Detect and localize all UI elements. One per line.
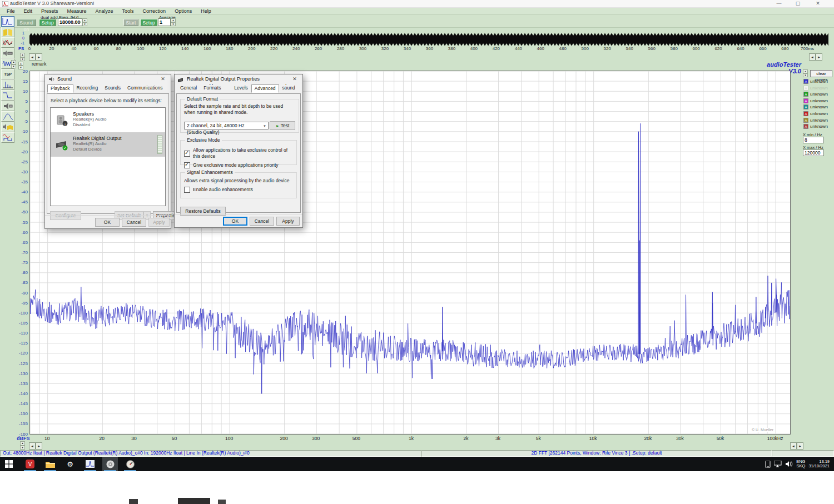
realtek-cancel-button[interactable]: Cancel — [250, 217, 274, 226]
minimize-icon[interactable]: — — [772, 0, 786, 7]
realtek-apply-button[interactable]: Apply — [276, 217, 300, 226]
realtek-dialog-icon — [178, 77, 185, 82]
taskbar-vivaldi[interactable]: V — [22, 457, 38, 471]
tab-playback[interactable]: Playback — [47, 84, 73, 93]
level-meter-icon[interactable] — [1, 48, 14, 58]
plot-scroll-left-icon[interactable]: ◄ — [29, 442, 36, 450]
sound-on-button[interactable]: Sound on — [17, 19, 36, 26]
legend-item[interactable]: Aunknown — [803, 124, 833, 129]
speaker-test-icon[interactable] — [1, 101, 14, 111]
spectrum-mode-icon[interactable] — [1, 16, 14, 27]
realtek-ok-button[interactable]: OK — [223, 217, 247, 226]
clear-curves-button[interactable]: clear curves — [810, 70, 832, 77]
legend-item[interactable]: Aunknown — [803, 86, 833, 91]
device-speakers[interactable]: ↓ Speakers Realtek(R) Audio Disabled — [51, 108, 165, 132]
exclusive-priority-option[interactable]: ✓ Give exclusive mode applications prior… — [184, 162, 293, 168]
plot-scroll-right-right-icon[interactable]: ► — [797, 442, 803, 450]
legend-item[interactable]: Aunknown — [803, 79, 833, 84]
legend-item[interactable]: Aunknown — [803, 92, 833, 97]
menu-edit[interactable]: Edit — [19, 8, 37, 14]
status-bar: Out: 48000Hz float | Realtek Digital Out… — [0, 450, 834, 457]
tab-recording[interactable]: Recording — [73, 84, 102, 92]
fft-analysis-icon[interactable] — [1, 79, 14, 90]
enable-enhancements-checkbox[interactable]: ✓ — [184, 187, 190, 193]
maximize-icon[interactable]: ▢ — [791, 0, 805, 7]
time-offset-stepper[interactable]: ▲▼ — [20, 53, 25, 61]
language-indicator[interactable]: ENG SKQ — [796, 460, 805, 469]
time-scroll-right-icon[interactable]: ► — [36, 53, 42, 61]
step-response-icon[interactable] — [1, 90, 14, 101]
legend-item[interactable]: Aunknown — [803, 104, 833, 109]
tab-advanced[interactable]: Advanced — [251, 84, 279, 93]
time-scroll-left-icon[interactable]: ◄ — [29, 53, 36, 61]
x-tick-label: 50k — [717, 436, 724, 441]
tray-phone-icon[interactable] — [765, 461, 771, 468]
realtek-dialog-close-icon[interactable]: ✕ — [287, 74, 302, 83]
remark-label[interactable]: remark — [32, 61, 46, 67]
remark-stepper[interactable]: ▲▼ — [11, 60, 16, 68]
plot-scroll-left2-icon[interactable]: ► — [36, 442, 42, 450]
taskbar-sound-panel[interactable] — [102, 457, 118, 471]
freq-stepper[interactable]: ▲▼ — [82, 18, 87, 26]
tab-sounds[interactable]: Sounds — [101, 84, 124, 92]
time-scroll-right-end-right-icon[interactable]: ► — [816, 53, 822, 61]
enable-enhancements-option[interactable]: ✓ Enable audio enhancements — [184, 187, 293, 193]
generator-setup-button[interactable]: Setup — [39, 19, 56, 26]
exclusive-control-option[interactable]: ✓ Allow applications to take exclusive c… — [184, 147, 293, 159]
plot-scroll-right-left-icon[interactable]: ◄ — [790, 442, 797, 450]
menu-presets[interactable]: Presets — [37, 8, 63, 14]
exclusive-priority-checkbox[interactable]: ✓ — [184, 162, 190, 168]
taskbar-dial-app[interactable] — [122, 457, 138, 471]
y-scale-stepper[interactable]: ▲▼ — [18, 62, 23, 69]
sound-ok-button[interactable]: OK — [95, 218, 120, 227]
device-realtek-digital-output[interactable]: ✓ Realtek Digital Output Realtek(R) Audi… — [51, 132, 165, 157]
menu-options[interactable]: Options — [170, 8, 196, 14]
clock[interactable]: 13:19 31/10/2021 — [808, 460, 830, 469]
bandpass-icon[interactable] — [1, 111, 14, 122]
menu-correction[interactable]: Correction — [138, 8, 171, 14]
analyzer-setup-button[interactable]: Setup — [140, 19, 157, 26]
menu-tools[interactable]: Tools — [118, 8, 138, 14]
curves-overlay-icon[interactable] — [1, 37, 14, 48]
tray-network-icon[interactable] — [774, 461, 782, 467]
close-icon[interactable]: ✕ — [811, 0, 825, 7]
tab-general[interactable]: General — [177, 84, 200, 92]
tsp-measure-icon[interactable]: TSP — [1, 69, 14, 79]
sample-rate-dropdown[interactable]: 2 channel, 24 bit, 48000 Hz (Studio Qual… — [184, 122, 269, 129]
average-stepper[interactable]: ▲▼ — [171, 18, 176, 26]
time-scroll-right-end-left-icon[interactable]: ◄ — [809, 53, 816, 61]
start-button[interactable] — [0, 457, 18, 471]
sound-dialog: Sound ✕ Playback Recording Sounds Commun… — [44, 74, 171, 229]
x-min-input[interactable] — [803, 137, 824, 143]
legend-item[interactable]: Aunknown — [803, 118, 833, 123]
legend-stepper[interactable]: ▲▼ — [803, 69, 808, 77]
menu-analyze[interactable]: Analyze — [91, 8, 118, 14]
time-waveform — [29, 33, 828, 46]
menu-file[interactable]: File — [2, 8, 19, 14]
y-tick-label: -55 — [21, 220, 28, 225]
time-axis-zero: 0 — [17, 36, 24, 40]
tab-levels[interactable]: Levels — [231, 84, 251, 92]
tab-communications[interactable]: Communications — [124, 84, 166, 92]
time-tick-label: 200 — [248, 46, 255, 51]
signal-shapes-icon[interactable] — [1, 132, 14, 143]
menu-help[interactable]: Help — [196, 8, 216, 14]
test-button[interactable]: ► Test — [270, 121, 295, 130]
exclusive-control-checkbox[interactable]: ✓ — [184, 151, 190, 157]
taskbar-audiotester[interactable] — [82, 457, 98, 471]
menu-measure[interactable]: Measure — [63, 8, 91, 14]
legend-item[interactable]: Aunknown — [803, 111, 833, 116]
sound-dialog-close-icon[interactable]: ✕ — [155, 74, 171, 83]
x-max-input[interactable] — [803, 149, 824, 156]
taskbar-settings[interactable]: ⚙ — [62, 457, 78, 471]
tray-speaker-icon[interactable] — [786, 461, 793, 467]
taskbar-file-explorer[interactable] — [42, 457, 58, 471]
average-input[interactable] — [158, 18, 171, 26]
legend-item[interactable]: Aunknown — [803, 98, 833, 103]
dual-trace-icon[interactable] — [1, 27, 14, 37]
start-button[interactable]: Start — [123, 19, 138, 26]
speaker-book-icon[interactable] — [1, 122, 14, 132]
freq-input[interactable] — [58, 18, 82, 26]
sound-cancel-button[interactable]: Cancel — [122, 218, 146, 227]
x-offset-stepper[interactable]: ▲▼ — [20, 441, 25, 450]
